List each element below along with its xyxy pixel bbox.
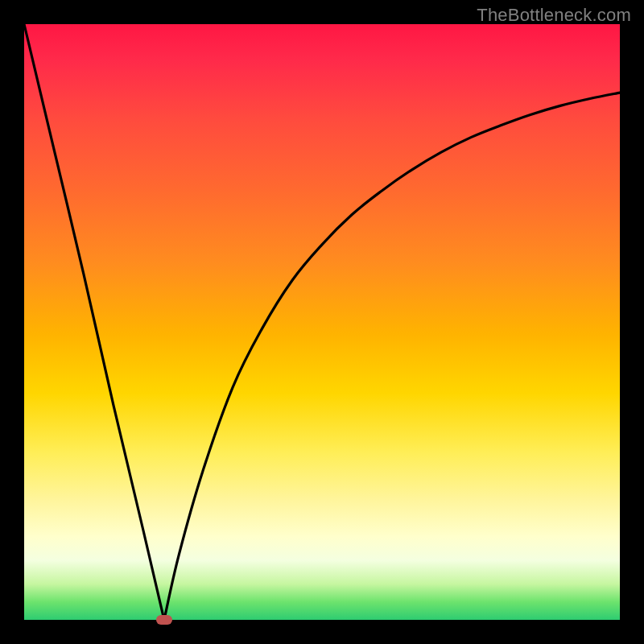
plot-area <box>24 24 620 620</box>
watermark-text: TheBottleneck.com <box>477 5 631 26</box>
curve-left-branch <box>24 24 164 620</box>
chart-frame: TheBottleneck.com <box>0 0 644 644</box>
bottleneck-curve <box>24 24 620 620</box>
minimum-marker <box>156 615 172 625</box>
curve-right-branch <box>164 93 620 620</box>
